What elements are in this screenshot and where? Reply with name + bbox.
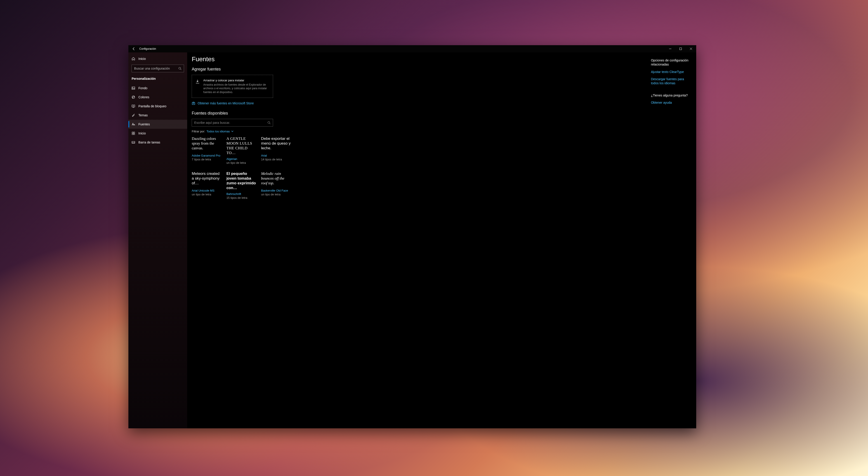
- sidebar-item-inicio[interactable]: Inicio: [128, 129, 187, 138]
- svg-point-6: [132, 96, 133, 97]
- font-name: Arial: [261, 154, 291, 157]
- titlebar: Configuración: [128, 45, 696, 53]
- close-icon: [690, 48, 692, 50]
- font-faces: 15 tipos de letra: [226, 196, 256, 199]
- font-card[interactable]: Dazzling colors spray from the canvas.Ad…: [192, 136, 222, 164]
- svg-rect-14: [132, 133, 133, 135]
- font-drop-zone[interactable]: Arrastrar y colocar para instalar Arrast…: [192, 75, 273, 98]
- font-card[interactable]: Meteors created a sky-symphony of…Arial …: [192, 171, 222, 199]
- font-card[interactable]: Debe exportar el menú de queso y leche.A…: [261, 136, 291, 164]
- sidebar-item-temas[interactable]: Temas: [128, 111, 187, 120]
- colores-icon: [131, 95, 135, 99]
- svg-point-7: [134, 96, 134, 97]
- sidebar-section-label: Personalización: [128, 74, 187, 84]
- sidebar-item-label: Inicio: [138, 131, 146, 135]
- arrow-left-icon: [132, 47, 135, 51]
- page-title: Fuentes: [192, 56, 646, 63]
- font-name: Bahnschrift: [226, 192, 256, 196]
- home-icon: [131, 57, 135, 61]
- svg-point-2: [179, 67, 181, 69]
- sidebar-home-label: Inicio: [138, 57, 146, 61]
- sidebar-item-fondo[interactable]: Fondo: [128, 84, 187, 93]
- font-faces: un tipo de letra: [226, 161, 256, 164]
- sidebar: Inicio Personalización FondoColoresPanta…: [128, 53, 187, 428]
- inicio-icon: [131, 131, 135, 135]
- sidebar-item-label: Barra de tareas: [138, 140, 160, 144]
- font-card[interactable]: A gentle moon lulls the child to…Algeria…: [226, 136, 256, 164]
- sidebar-item-colores[interactable]: Colores: [128, 93, 187, 102]
- add-fonts-heading: Agregar fuentes: [192, 67, 646, 72]
- chevron-down-icon: [231, 130, 234, 132]
- related-settings-heading: Opciones de configuración relacionadas: [651, 58, 692, 66]
- maximize-button[interactable]: [675, 45, 686, 53]
- sidebar-item-taskbar[interactable]: Barra de tareas: [128, 138, 187, 147]
- sidebar-item-fuentes[interactable]: Fuentes: [128, 120, 187, 129]
- content-area: Fuentes Agregar fuentes Arrastrar y colo…: [187, 53, 696, 428]
- sidebar-item-label: Pantalla de bloqueo: [138, 104, 166, 108]
- svg-rect-12: [132, 132, 133, 133]
- sidebar-item-label: Temas: [138, 114, 148, 117]
- font-sample: Dazzling colors spray from the canvas.: [192, 136, 222, 152]
- store-link[interactable]: Obtener más fuentes en Microsoft Store: [192, 101, 646, 105]
- sidebar-item-pantalla[interactable]: Pantalla de bloqueo: [128, 102, 187, 111]
- main-column: Fuentes Agregar fuentes Arrastrar y colo…: [187, 53, 651, 428]
- svg-rect-9: [132, 105, 135, 107]
- font-faces: un tipo de letra: [192, 193, 222, 196]
- close-button[interactable]: [686, 45, 696, 53]
- font-sample: El pequeño joven tomaba zumo exprimido c…: [226, 171, 256, 190]
- sidebar-item-label: Fondo: [138, 86, 147, 90]
- aside-link-download-fonts[interactable]: Descargar fuentes para todos los idiomas: [651, 77, 692, 85]
- font-search[interactable]: [192, 119, 273, 127]
- question-heading: ¿Tienes alguna pregunta?: [651, 93, 692, 97]
- store-link-label: Obtener más fuentes en Microsoft Store: [197, 101, 254, 105]
- maximize-icon: [680, 48, 682, 50]
- sidebar-item-label: Colores: [138, 95, 149, 99]
- search-icon: [178, 67, 182, 70]
- svg-point-21: [268, 121, 270, 123]
- font-card[interactable]: Melodic rain bounces off the roof top.Ba…: [261, 171, 291, 199]
- svg-point-10: [133, 106, 134, 106]
- minimize-button[interactable]: [665, 45, 675, 53]
- sidebar-nav: FondoColoresPantalla de bloqueoTemasFuen…: [128, 84, 187, 147]
- font-card[interactable]: El pequeño joven tomaba zumo exprimido c…: [226, 171, 256, 199]
- font-sample: A gentle moon lulls the child to…: [226, 136, 256, 155]
- filter-row: Filtrar por: Todos los idiomas: [192, 130, 646, 133]
- font-name: Baskerville Old Face: [261, 189, 291, 192]
- window-body: Inicio Personalización FondoColoresPanta…: [128, 53, 696, 428]
- filter-value: Todos los idiomas: [207, 130, 230, 133]
- font-name: Adobe Garamond Pro: [192, 154, 222, 157]
- sidebar-item-label: Fuentes: [138, 122, 150, 126]
- svg-line-22: [270, 123, 271, 124]
- drop-icon: [195, 78, 200, 84]
- pantalla-icon: [131, 104, 135, 108]
- drop-subtitle: Arrastra archivos de fuentes desde el Ex…: [203, 83, 270, 94]
- svg-rect-18: [192, 102, 195, 104]
- window-title: Configuración: [139, 47, 156, 51]
- taskbar-icon: [131, 140, 135, 144]
- font-faces: 7 tipos de letra: [192, 158, 222, 161]
- svg-rect-16: [132, 141, 135, 143]
- font-name: Arial Unicode MS: [192, 189, 222, 192]
- sidebar-home[interactable]: Inicio: [128, 54, 187, 63]
- temas-icon: [131, 114, 135, 117]
- font-faces: un tipo de letra: [261, 193, 291, 196]
- sidebar-search[interactable]: [131, 65, 184, 72]
- svg-line-3: [181, 69, 182, 70]
- svg-rect-20: [194, 103, 194, 104]
- aside-link-help[interactable]: Obtener ayuda: [651, 100, 692, 104]
- aside-link-cleartype[interactable]: Ajustar texto ClearType: [651, 70, 692, 74]
- store-icon: [192, 101, 195, 105]
- svg-point-5: [132, 88, 133, 88]
- filter-label: Filtrar por:: [192, 130, 205, 133]
- filter-dropdown[interactable]: Todos los idiomas: [207, 130, 234, 133]
- minimize-icon: [669, 48, 671, 50]
- font-search-input[interactable]: [194, 121, 268, 125]
- font-sample: Debe exportar el menú de queso y leche.: [261, 136, 291, 152]
- sidebar-search-input[interactable]: [134, 67, 178, 70]
- font-sample: Meteors created a sky-symphony of…: [192, 171, 222, 187]
- svg-point-8: [132, 98, 133, 98]
- font-faces: 14 tipos de letra: [261, 158, 291, 161]
- svg-rect-13: [133, 132, 135, 133]
- drop-title: Arrastrar y colocar para instalar: [203, 78, 270, 82]
- back-button[interactable]: [128, 45, 139, 53]
